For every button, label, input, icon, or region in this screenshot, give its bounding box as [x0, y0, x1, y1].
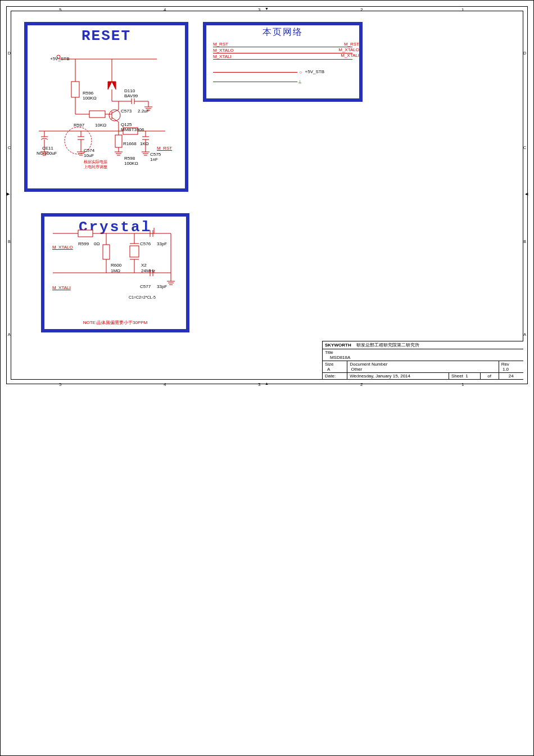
svg-rect-4: [71, 82, 79, 97]
col-3-bot: 3: [258, 382, 260, 387]
net-r-0: M_RST: [344, 42, 359, 47]
ce11-val: NC/100uF: [37, 151, 57, 156]
col-1-top: 1: [461, 7, 464, 12]
col-5-top: 5: [59, 7, 61, 12]
c577-val: 33pF: [157, 284, 167, 289]
row-C-l: C: [8, 146, 11, 150]
tb-title: MSD818A: [330, 355, 350, 360]
row-C-r: C: [523, 146, 526, 150]
row-A-r: A: [523, 332, 526, 336]
r598-val: 100KΩ: [124, 161, 138, 166]
d110-ref: D110: [124, 88, 135, 93]
tb-dept: 研发总部工程研究院第二研究所: [356, 343, 419, 348]
net-block: 本页网络 M_RST M_XTALO M_XTALI M_RST M_XTALO…: [203, 22, 363, 102]
net-l-2: M_XTALI: [213, 54, 232, 59]
tb-size-l: Size: [325, 362, 334, 367]
tb-rev: 1.0: [503, 367, 509, 372]
col-3-top: 3: [258, 7, 260, 12]
c575-val: 1nF: [150, 157, 158, 162]
arrow-right-icon: ▶: [7, 192, 10, 196]
row-D-r: D: [523, 51, 526, 55]
svg-rect-47: [130, 246, 139, 257]
ce11-ref: CE11: [42, 146, 53, 151]
net-l-0: M_RST: [213, 42, 228, 47]
net-r-2: M_XTALI: [341, 53, 359, 58]
svg-rect-30: [115, 135, 122, 147]
r600-ref: R600: [111, 263, 121, 268]
row-A-l: A: [8, 332, 11, 336]
q125-ref: Q125: [121, 122, 132, 127]
tb-size: A: [327, 367, 330, 372]
reset-block: RESET: [24, 22, 188, 192]
pwr-5v-stb: +5V_STB: [50, 56, 69, 61]
tb-total: 24: [509, 374, 514, 379]
tb-company: SKYWORTH: [325, 343, 351, 348]
c576-ref: C576: [140, 241, 151, 246]
col-4-bot: 4: [164, 382, 166, 387]
x2-val: 24MHz: [141, 268, 155, 273]
col-1-bot: 1: [461, 382, 464, 387]
q125-val: MMBT3906: [121, 127, 144, 132]
row-D-l: D: [8, 51, 11, 55]
tb-of: of: [487, 374, 491, 379]
m-rst-net: M_RST: [157, 146, 172, 151]
col-4-top: 4: [164, 7, 166, 12]
r596-val: 100KΩ: [83, 96, 97, 101]
tb-title-label: Title: [325, 350, 333, 355]
r599-ref: R599: [78, 241, 89, 246]
title-block: SKYWORTH 研发总部工程研究院第二研究所 Title MSD818A Si…: [322, 341, 523, 380]
r1668-val: 1KΩ: [140, 141, 149, 146]
col-2-bot: 2: [360, 382, 363, 387]
arrow-left-icon: ◀: [525, 192, 528, 196]
c573-ref: C573: [121, 109, 132, 114]
c575-ref: C575: [150, 152, 161, 157]
tb-date: Wednesday, January 15, 2014: [350, 374, 410, 379]
xtali-net: M_XTALI: [52, 285, 71, 290]
d110-val: BAV99: [124, 93, 138, 98]
tb-sheet: 1: [465, 374, 468, 379]
net-r-1: M_XTALO: [338, 47, 359, 52]
c573-val: 2.2uF: [138, 109, 149, 114]
tb-date-l: Date:: [325, 374, 336, 379]
arrow-down-icon: ▼: [265, 7, 269, 11]
r600-val: 1MΩ: [111, 268, 120, 273]
svg-rect-13: [89, 111, 105, 118]
c577-ref: C577: [140, 284, 151, 289]
svg-rect-43: [103, 245, 110, 259]
crystal-block: Crystal: [41, 213, 189, 332]
r1668-ref: R1668: [123, 141, 137, 146]
c576-val: 33pF: [157, 241, 167, 246]
tb-doc-l: Document Number: [350, 362, 387, 367]
reset-note: 根据实际电源 上电时序调整: [84, 159, 107, 169]
r596-ref: R596: [83, 91, 93, 96]
tb-sheet-l: Sheet: [451, 374, 463, 379]
c574-ref: C574: [84, 148, 94, 153]
x2-ref: X2: [141, 263, 147, 268]
col-2-top: 2: [360, 7, 363, 12]
tb-doc: Other: [351, 367, 362, 372]
crystal-note: NOTE:晶体频偏需要小于30PPM: [44, 320, 186, 326]
xtalo-net: M_XTALO: [52, 245, 73, 250]
crystal-formula: C1=C2=2*CL-5: [129, 295, 156, 299]
net-title: 本页网络: [206, 26, 359, 38]
r599-val: 0Ω: [94, 241, 99, 246]
row-B-r: B: [523, 240, 526, 244]
tb-rev-l: Rev: [501, 362, 509, 367]
net-pwr-out: +5V_STB: [305, 69, 324, 74]
svg-rect-41: [78, 230, 93, 237]
net-l-1: M_XTALO: [213, 48, 234, 53]
schematic-page: 5 4 3 2 1 5 4 3 2 1 D C B A D C B A ▶ ◀ …: [0, 0, 534, 756]
c574-val: 10uF: [84, 153, 94, 158]
col-5-bot: 5: [59, 382, 61, 387]
row-B-l: B: [8, 240, 11, 244]
r597-val: 10KΩ: [95, 123, 106, 128]
ground-icon: ⊥: [298, 79, 302, 84]
r597-ref: R597: [74, 123, 84, 128]
arrow-up-icon: ▲: [265, 381, 269, 385]
r598-ref: R598: [124, 156, 135, 161]
